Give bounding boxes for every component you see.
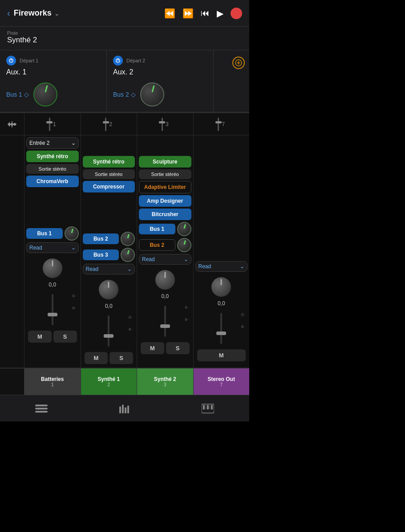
ch3-volume-knob[interactable] <box>155 270 175 290</box>
ch2-vol-value: 0,0 <box>83 303 135 311</box>
ch2-bus1-button[interactable]: Bus 2 <box>83 233 119 244</box>
channel-2: Synthé rétro Sortie stéréo Compressor Bu… <box>81 135 138 368</box>
track-label-stereoout[interactable]: Stereo Out 7 <box>194 368 250 395</box>
ch7-fader-thumb[interactable] <box>216 331 226 335</box>
send-block-1: Départ 1 Aux. 1 Bus 1 ◇ <box>0 50 107 112</box>
ch3-automation-label: Read <box>142 256 155 262</box>
ch3-plugin2[interactable]: Adaptive Limiter <box>139 181 191 193</box>
nav-keyboard-button[interactable] <box>200 401 216 417</box>
svg-rect-19 <box>35 411 48 413</box>
project-chevron[interactable]: ⌄ <box>54 10 60 17</box>
ch1-bus1-button[interactable]: Bus 1 <box>26 228 63 239</box>
ch3-bus2-row: Bus 2 <box>139 238 191 252</box>
ch1-bus-row: Bus 1 <box>26 226 79 241</box>
nav-mixer-button[interactable] <box>117 401 133 417</box>
ch1-fader-area: 0-6- <box>26 291 79 327</box>
ch2-output[interactable]: Sortie stéréo <box>83 169 135 179</box>
ch3-plugin4[interactable]: Bitcrusher <box>139 209 191 220</box>
ch3-bus1-button[interactable]: Bus 1 <box>139 224 175 234</box>
ch3-plugin1[interactable]: Sculpture <box>139 156 191 168</box>
ch2-solo-button[interactable]: S <box>109 352 133 364</box>
ch1-automation[interactable]: Read ⌄ <box>26 242 79 253</box>
ch7-fader-labels: 0-6- <box>241 312 245 330</box>
record-button[interactable] <box>231 8 242 19</box>
svg-rect-18 <box>35 408 48 409</box>
fast-forward-button[interactable]: ⏩ <box>182 8 194 19</box>
channel-num-3: 3 <box>137 113 194 135</box>
ch2-bus1-knob[interactable] <box>121 232 135 246</box>
track-label-synthe1[interactable]: Synthé 1 2 <box>81 368 138 395</box>
ch7-automation[interactable]: Read ⌄ <box>195 261 248 272</box>
ch2-fader-area: 0-6- <box>83 313 135 348</box>
ch2-automation[interactable]: Read ⌄ <box>83 264 135 274</box>
play-button[interactable]: ▶ <box>217 8 223 19</box>
svg-rect-17 <box>35 405 48 406</box>
track-label-batteries-name: Batteries <box>41 376 64 382</box>
ch3-automation-chevron: ⌄ <box>184 256 188 262</box>
ch1-bus1-knob[interactable] <box>65 226 79 241</box>
ch2-plugin2[interactable]: Compressor <box>83 181 135 192</box>
track-label-batteries[interactable]: Batteries 1 <box>24 368 81 395</box>
channel-1: Entrée 2 ⌄ Synthé rétro Sortie stéréo Ch… <box>24 135 81 368</box>
ch1-automation-chevron: ⌄ <box>71 245 76 251</box>
ch2-bus2-button[interactable]: Bus 3 <box>83 250 119 260</box>
ch1-plugin1[interactable]: Synthé rétro <box>26 151 79 162</box>
ch1-volume-knob[interactable] <box>43 258 62 278</box>
nav-tracks-button[interactable] <box>33 401 49 417</box>
ch2-volume-knob[interactable] <box>99 280 118 299</box>
rewind-button[interactable]: ⏪ <box>164 8 175 19</box>
svg-rect-29 <box>211 405 213 409</box>
ch1-ms-row: M S <box>26 329 79 344</box>
ch1-solo-button[interactable]: S <box>53 331 77 343</box>
ch7-mute-button[interactable]: M <box>197 349 246 361</box>
ch1-output[interactable]: Sortie stéréo <box>26 164 79 174</box>
ch1-plugin2[interactable]: ChromaVerb <box>26 176 79 187</box>
ch7-fader-area: 0-6- <box>195 310 248 346</box>
ch3-vol-value: 0,0 <box>139 293 191 301</box>
ch3-bus1-knob[interactable] <box>177 222 191 236</box>
channel-num-1: 1 <box>24 113 81 135</box>
send1-power-button[interactable] <box>6 56 16 65</box>
svg-rect-27 <box>207 405 209 409</box>
ch2-plugin1[interactable]: Synthé rétro <box>83 156 135 168</box>
ch1-input-selector[interactable]: Entrée 2 ⌄ <box>26 137 79 149</box>
ch1-mute-button[interactable]: M <box>28 331 52 343</box>
send2-bus-selector[interactable]: Bus 2 ◇ <box>113 91 136 98</box>
ch3-bus2-button[interactable]: Bus 2 <box>139 239 175 251</box>
channel-headers: 1 2 3 7 <box>0 113 249 135</box>
track-label-synthe2-num: 3 <box>164 382 166 387</box>
track-label-synthe2-name: Synthé 2 <box>154 376 176 382</box>
track-labels-spacer <box>0 368 24 395</box>
ch3-output[interactable]: Sortie stéréo <box>139 169 191 179</box>
ch2-automation-label: Read <box>86 266 99 272</box>
svg-rect-22 <box>125 407 126 413</box>
ch2-bus2-knob[interactable] <box>121 248 135 262</box>
ch3-fader-thumb[interactable] <box>160 324 170 328</box>
send1-bus-selector[interactable]: Bus 1 ◇ <box>6 91 29 98</box>
ch7-automation-chevron: ⌄ <box>240 263 244 270</box>
ch2-mute-button[interactable]: M <box>85 352 108 364</box>
send1-knob[interactable] <box>33 82 57 106</box>
ch3-plugin3[interactable]: Amp Designer <box>139 195 191 207</box>
svg-rect-26 <box>205 405 207 409</box>
ch3-mute-button[interactable]: M <box>141 342 164 354</box>
ch1-fader-thumb[interactable] <box>48 313 57 316</box>
to-start-button[interactable]: ⏮ <box>201 8 210 18</box>
ch3-solo-button[interactable]: S <box>166 342 190 354</box>
ch1-fader-labels: 0-6- <box>72 293 76 311</box>
ch2-fader-track <box>108 315 109 347</box>
track-label-synthe1-name: Synthé 1 <box>97 376 120 382</box>
ch1-vol-value: 0,0 <box>26 282 79 290</box>
back-button[interactable]: ‹ <box>7 8 10 18</box>
ch7-volume-knob[interactable] <box>211 277 231 297</box>
ch3-bus1-row: Bus 1 <box>139 222 191 236</box>
add-send-indicator[interactable] <box>232 57 245 69</box>
send2-knob[interactable] <box>140 82 164 106</box>
ch3-automation[interactable]: Read ⌄ <box>139 254 191 265</box>
track-label-synthe2[interactable]: Synthé 2 3 <box>137 368 194 395</box>
send2-power-button[interactable] <box>113 56 123 65</box>
ch3-bus2-knob[interactable] <box>177 238 191 252</box>
ch2-fader-thumb[interactable] <box>104 334 113 338</box>
track-label-stereoout-num: 7 <box>220 382 223 387</box>
ch2-bus2-row: Bus 3 <box>83 248 135 262</box>
